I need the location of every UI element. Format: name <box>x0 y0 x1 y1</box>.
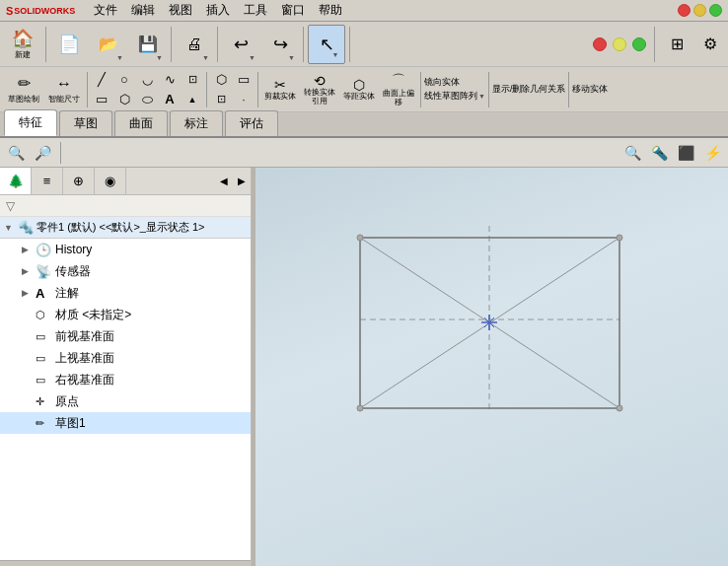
btn-line[interactable]: ╱ <box>91 70 112 89</box>
toolbar-row1: 🏠 新建 📄 📂 ▼ 💾 ▼ 🖨 ▼ ↩ ▼ ↪ ▼ <box>0 22 728 67</box>
btn-settings[interactable]: ⚙ <box>696 31 724 58</box>
btn-slot[interactable]: ▭ <box>233 70 255 89</box>
btn-redo[interactable]: ↪ ▼ <box>261 25 299 64</box>
btn-sketch-draw[interactable]: ✏ 草图绘制 <box>4 70 43 109</box>
btn-surface-offset[interactable]: ⌒ 曲面上偏移 <box>380 70 417 109</box>
panel-resize-handle[interactable] <box>0 560 251 566</box>
right-plane-label: 右视基准面 <box>55 372 114 389</box>
traffic-light-red <box>593 37 607 51</box>
sketch1-label: 草图1 <box>55 415 86 432</box>
tab-annotation[interactable]: 标注 <box>170 110 223 136</box>
menu-edit[interactable]: 编辑 <box>124 0 162 21</box>
btn-view-settings2[interactable]: 🔦 <box>647 141 671 165</box>
vertical-resize-handle[interactable] <box>252 168 255 566</box>
fm-nav-next[interactable]: ▶ <box>233 168 251 194</box>
tab-sketch[interactable]: 草图 <box>59 110 112 136</box>
origin-label: 原点 <box>55 393 79 410</box>
menu-bar: 文件 编辑 视图 插入 工具 窗口 帮助 <box>87 0 349 21</box>
btn-show-hide[interactable]: 显示/删除几何关系 <box>492 83 566 96</box>
btn-convert[interactable]: ⟲ 转换实体引用 <box>301 70 338 109</box>
top-plane-label: 上视基准面 <box>55 350 114 367</box>
close-btn[interactable] <box>709 4 722 17</box>
minimize-btn[interactable] <box>678 4 691 17</box>
btn-zoom-in[interactable]: 🔎 <box>31 141 54 165</box>
btn-grid-view[interactable]: ⊞ <box>663 31 691 58</box>
fm-tab-tree[interactable]: 🌲 <box>0 168 32 194</box>
btn-view-settings3[interactable]: ⬛ <box>674 141 697 165</box>
btn-rect[interactable]: ▭ <box>91 90 112 108</box>
tree-item-front-plane[interactable]: ▭ 前视基准面 <box>0 325 251 347</box>
btn-move[interactable]: 移动实体 <box>572 83 608 96</box>
fm-tab-config[interactable]: ⊕ <box>63 168 95 194</box>
btn-view-settings1[interactable]: 🔍 <box>620 141 644 165</box>
tree-item-sketch1[interactable]: ✏ 草图1 <box>0 412 251 434</box>
tree-item-sensors[interactable]: ▶ 📡 传感器 <box>0 260 251 282</box>
menu-view[interactable]: 视图 <box>162 0 199 21</box>
solidworks-logo: S SOLIDWORKS <box>6 5 75 17</box>
btn-view-settings4[interactable]: ⚡ <box>700 141 724 165</box>
menu-tools[interactable]: 工具 <box>237 0 274 21</box>
btn-open[interactable]: 📂 ▼ <box>90 25 127 64</box>
btn-polygon[interactable]: ⬡ <box>113 90 135 108</box>
svg-point-9 <box>357 235 363 241</box>
fm-nav-prev[interactable]: ◀ <box>215 168 233 194</box>
fm-tab-properties[interactable]: ≡ <box>32 168 63 194</box>
btn-spline[interactable]: ∿ <box>159 70 181 89</box>
toolbar-row2: ✏ 草图绘制 ↔ 智能尺寸 ╱ ○ ◡ ∿ ⊡ ▭ ⬡ ⬭ A ▲ <box>0 67 728 112</box>
btn-trim[interactable]: ✂ 剪裁实体 <box>261 70 299 109</box>
menu-insert[interactable]: 插入 <box>199 0 237 21</box>
canvas-svg <box>252 168 728 566</box>
front-plane-icon: ▭ <box>36 330 53 343</box>
filter-icon: ▽ <box>6 199 15 213</box>
top-plane-icon: ▭ <box>36 352 53 365</box>
menu-window[interactable]: 窗口 <box>274 0 312 21</box>
root-expand-icon: ▼ <box>4 223 18 233</box>
btn-print[interactable]: 🖨 ▼ <box>176 25 213 64</box>
menu-file[interactable]: 文件 <box>87 0 124 21</box>
traffic-light-yellow <box>613 37 626 51</box>
btn-point[interactable]: · <box>233 90 255 108</box>
traffic-light-green <box>632 37 646 51</box>
filter-bar: ▽ <box>0 195 251 217</box>
part-icon: 🔩 <box>18 220 34 235</box>
tree-item-right-plane[interactable]: ▭ 右视基准面 <box>0 369 251 390</box>
btn-save[interactable]: 💾 ▼ <box>129 25 167 64</box>
btn-freehand[interactable]: ⊡ <box>182 70 203 89</box>
btn-text[interactable]: A <box>159 90 181 108</box>
maximize-btn[interactable] <box>693 4 706 17</box>
menu-help[interactable]: 帮助 <box>312 0 349 21</box>
btn-ellipse[interactable]: ⬭ <box>136 90 158 108</box>
tree-item-material[interactable]: ⬡ 材质 <未指定> <box>0 304 251 325</box>
btn-file-icon[interactable]: 📄 <box>50 25 88 64</box>
btn-arc[interactable]: ◡ <box>136 70 158 89</box>
btn-smart-dim[interactable]: ↔ 智能尺寸 <box>44 70 84 109</box>
sensors-expander: ▶ <box>22 266 36 276</box>
btn-zoom-fit[interactable]: 🔍 <box>4 141 28 165</box>
tree-item-origin[interactable]: ✛ 原点 <box>0 390 251 412</box>
btn-offset[interactable]: ⬡ 等距实体 <box>340 70 378 109</box>
tab-bar: 特征 草图 曲面 标注 评估 <box>0 112 728 138</box>
front-plane-label: 前视基准面 <box>55 328 114 345</box>
btn-hexagon[interactable]: ⬡ <box>210 70 232 89</box>
tab-evaluate[interactable]: 评估 <box>225 110 278 136</box>
history-label: History <box>55 243 92 256</box>
tree-item-history[interactable]: ▶ 🕒 History <box>0 239 251 260</box>
material-icon: ⬡ <box>36 309 53 321</box>
tree-item-top-plane[interactable]: ▭ 上视基准面 <box>0 347 251 369</box>
tree-root-label: 零件1 (默认) <<默认>_显示状态 1> <box>36 220 205 235</box>
annotations-expander: ▶ <box>22 288 36 298</box>
btn-undo[interactable]: ↩ ▼ <box>222 25 259 64</box>
btn-select[interactable]: ↖ ▼ <box>308 25 345 64</box>
tab-features[interactable]: 特征 <box>4 109 57 136</box>
right-plane-icon: ▭ <box>36 374 53 387</box>
sensors-icon: 📡 <box>36 264 53 279</box>
btn-new[interactable]: 🏠 新建 <box>4 25 41 64</box>
canvas-area <box>252 168 728 566</box>
btn-circle[interactable]: ○ <box>113 70 135 89</box>
btn-shape2[interactable]: ▲ <box>182 90 203 108</box>
fm-tab-display[interactable]: ◉ <box>95 168 126 194</box>
btn-construction[interactable]: ⊡ <box>210 90 232 108</box>
tab-surface[interactable]: 曲面 <box>114 110 168 136</box>
tree-root-item[interactable]: ▼ 🔩 零件1 (默认) <<默认>_显示状态 1> <box>0 217 251 239</box>
tree-item-annotations[interactable]: ▶ A 注解 <box>0 282 251 304</box>
